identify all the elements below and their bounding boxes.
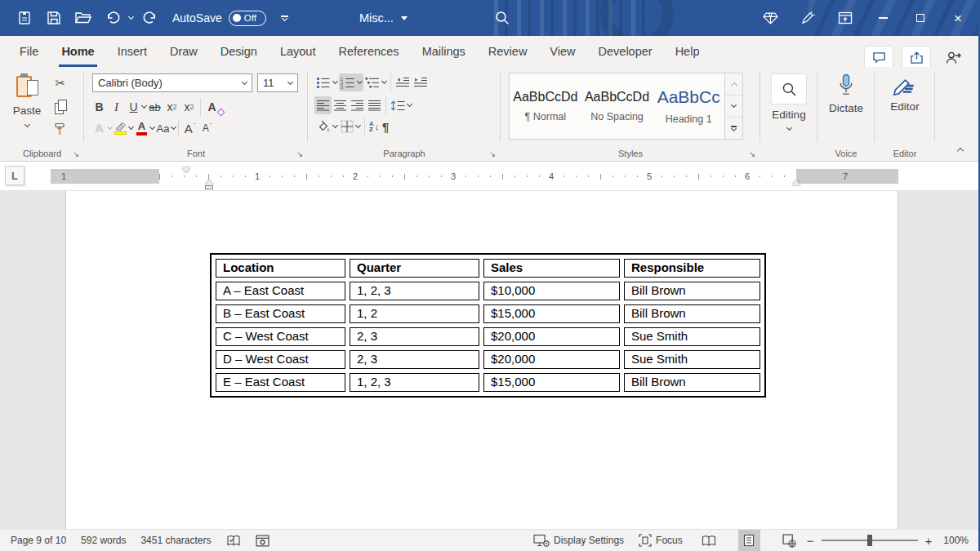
bullets-button[interactable] [314, 73, 339, 91]
table-cell-responsible[interactable]: Bill Brown [624, 373, 760, 392]
ribbon-tab[interactable]: Layout [269, 36, 327, 67]
table-cell-responsible[interactable]: Bill Brown [624, 304, 760, 323]
autosave-switch[interactable]: Off [229, 11, 266, 26]
proofing-status-icon[interactable] [219, 535, 248, 547]
app-icon[interactable] [11, 5, 38, 31]
focus-button[interactable]: Focus [631, 534, 690, 547]
bullets-dropdown-icon[interactable] [332, 78, 338, 84]
table-cell-sales[interactable]: $10,000 [483, 282, 620, 300]
line-spacing-dropdown-icon[interactable] [407, 101, 412, 107]
decrease-indent-button[interactable] [394, 73, 412, 91]
ribbon-tab[interactable]: Draw [158, 36, 209, 67]
italic-button[interactable]: I [108, 98, 125, 116]
zoom-slider-thumb[interactable] [867, 535, 872, 546]
table-header-cell[interactable]: Location [216, 259, 345, 278]
table-cell-quarter[interactable]: 1, 2, 3 [350, 282, 479, 300]
autosave-toggle[interactable]: AutoSave Off [172, 11, 266, 26]
font-dialog-launcher[interactable]: ↘ [296, 151, 303, 158]
font-size-combobox[interactable]: 11 [257, 73, 298, 92]
show-hide-formatting-button[interactable]: ¶ [381, 118, 390, 136]
line-spacing-button[interactable] [389, 96, 413, 114]
underline-button[interactable]: U [125, 98, 142, 116]
ribbon-tab[interactable]: Help [664, 36, 711, 67]
superscript-button[interactable]: x2 [180, 98, 198, 116]
web-layout-button[interactable] [778, 530, 800, 551]
shrink-font-button[interactable]: Aˇ [198, 119, 216, 137]
zoom-in-button[interactable]: + [925, 534, 933, 548]
editing-button[interactable]: Editing [760, 73, 817, 130]
table-cell-location[interactable]: A – East Coast [216, 282, 345, 300]
dictate-button[interactable]: Dictate [817, 73, 875, 114]
table-cell-responsible[interactable]: Sue Smith [624, 350, 760, 369]
ribbon-tab[interactable]: Developer [587, 36, 664, 67]
left-indent-marker[interactable] [205, 185, 213, 189]
format-painter-icon[interactable] [51, 121, 70, 137]
style-card[interactable]: AaBbCc Heading 1 [653, 73, 724, 139]
share-button[interactable] [902, 46, 931, 69]
styles-more-button[interactable] [725, 118, 742, 139]
comments-button[interactable] [864, 46, 893, 69]
document-table[interactable]: LocationQuarterSalesResponsible A – East… [210, 253, 766, 398]
shading-dropdown-icon[interactable] [332, 122, 338, 128]
read-mode-button[interactable] [698, 530, 720, 551]
highlight-button[interactable] [112, 119, 129, 137]
table-cell-sales[interactable]: $15,000 [483, 304, 620, 323]
ribbon-tab[interactable]: Design [209, 36, 269, 67]
editing-dropdown-icon[interactable] [786, 125, 791, 131]
styles-scroll-down[interactable] [725, 96, 742, 118]
copy-icon[interactable] [51, 98, 70, 114]
paragraph-dialog-launcher[interactable]: ↘ [489, 151, 496, 158]
grow-font-button[interactable]: Aˇ​ [181, 119, 198, 137]
multilevel-dropdown-icon[interactable] [381, 78, 387, 84]
font-color-button[interactable]: A [133, 119, 150, 137]
table-cell-responsible[interactable]: Sue Smith [624, 327, 760, 346]
ribbon-tab[interactable]: Review [477, 36, 539, 67]
first-line-indent-marker[interactable] [182, 167, 190, 173]
text-effects-button[interactable]: A [91, 119, 108, 137]
styles-scroll-up[interactable] [725, 73, 742, 96]
align-right-button[interactable] [349, 96, 366, 114]
save-icon[interactable] [41, 5, 67, 31]
ribbon-tab[interactable]: Mailings [411, 36, 477, 67]
table-cell-responsible[interactable]: Bill Brown [624, 282, 760, 300]
change-case-dropdown-icon[interactable] [171, 124, 176, 130]
font-name-combobox[interactable]: Calibri (Body) [92, 73, 252, 92]
table-cell-location[interactable]: D – West Coast [216, 350, 345, 369]
designer-pen-icon[interactable] [789, 0, 826, 36]
table-cell-location[interactable]: C – West Coast [216, 327, 345, 346]
styles-dialog-launcher[interactable]: ↘ [749, 151, 755, 158]
style-card[interactable]: AaBbCcDd ¶ Normal [510, 73, 581, 139]
right-indent-marker[interactable] [792, 180, 800, 185]
align-left-button[interactable] [314, 96, 332, 114]
zoom-slider-track[interactable] [822, 540, 918, 540]
borders-button[interactable] [339, 118, 362, 136]
page-indicator[interactable]: Page 9 of 10 [3, 535, 74, 546]
clear-formatting-button[interactable]: A [203, 98, 220, 116]
ribbon-tab[interactable]: File [8, 36, 50, 67]
cut-icon[interactable]: ✂ [51, 75, 70, 91]
table-cell-quarter[interactable]: 2, 3 [350, 327, 479, 346]
paste-dropdown-icon[interactable] [24, 122, 29, 127]
ribbon-tab[interactable]: View [538, 36, 586, 67]
ribbon-tab[interactable]: Insert [106, 36, 158, 67]
subscript-button[interactable]: x2 [163, 98, 180, 116]
premium-diamond-icon[interactable] [751, 0, 789, 36]
style-card[interactable]: AaBbCcDd No Spacing [581, 73, 653, 139]
tab-stop-selector[interactable]: L [5, 166, 24, 185]
macro-recording-icon[interactable] [248, 535, 277, 547]
zoom-level[interactable]: 100% [938, 535, 980, 546]
strikethrough-button[interactable]: ab [146, 98, 163, 116]
ribbon-tab[interactable]: References [327, 36, 410, 67]
table-header-cell[interactable]: Quarter [350, 259, 479, 278]
editor-button[interactable]: Editor [875, 73, 935, 113]
maximize-button[interactable] [902, 0, 939, 36]
table-cell-sales[interactable]: $20,000 [483, 350, 620, 369]
table-cell-sales[interactable]: $15,000 [483, 373, 620, 392]
character-count[interactable]: 3451 characters [133, 535, 218, 546]
multilevel-list-button[interactable] [363, 73, 388, 91]
bold-button[interactable]: B [91, 98, 108, 116]
ribbon-tab[interactable]: Home [50, 36, 105, 67]
table-header-cell[interactable]: Sales [483, 259, 620, 278]
ribbon-display-options-icon[interactable] [826, 0, 864, 36]
redo-icon[interactable] [136, 5, 163, 31]
